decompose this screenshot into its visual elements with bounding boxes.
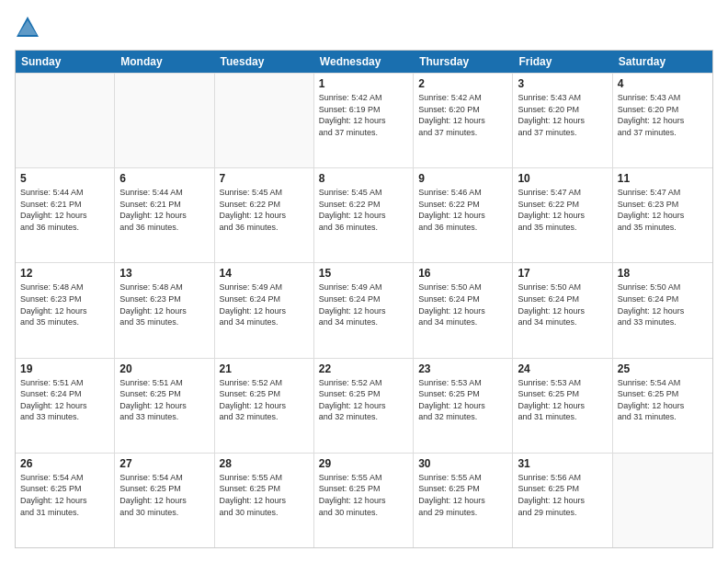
calendar-body: 1Sunrise: 5:42 AM Sunset: 6:19 PM Daylig… [16, 73, 712, 547]
calendar-row: 19Sunrise: 5:51 AM Sunset: 6:24 PM Dayli… [16, 358, 712, 453]
calendar-header-cell: Saturday [613, 51, 712, 73]
day-number: 3 [518, 77, 607, 90]
day-number: 9 [418, 172, 507, 185]
calendar-cell: 14Sunrise: 5:49 AM Sunset: 6:24 PM Dayli… [215, 263, 314, 357]
logo [15, 15, 44, 40]
calendar-cell: 1Sunrise: 5:42 AM Sunset: 6:19 PM Daylig… [314, 74, 414, 167]
cell-text: Sunrise: 5:51 AM Sunset: 6:24 PM Dayligh… [20, 377, 109, 423]
calendar-cell: 26Sunrise: 5:54 AM Sunset: 6:25 PM Dayli… [16, 454, 115, 547]
day-number: 27 [119, 457, 209, 470]
cell-text: Sunrise: 5:43 AM Sunset: 6:20 PM Dayligh… [518, 92, 607, 138]
day-number: 16 [418, 267, 507, 280]
calendar-cell: 6Sunrise: 5:44 AM Sunset: 6:21 PM Daylig… [115, 168, 214, 262]
cell-text: Sunrise: 5:51 AM Sunset: 6:25 PM Dayligh… [119, 377, 209, 423]
cell-text: Sunrise: 5:54 AM Sunset: 6:25 PM Dayligh… [119, 472, 209, 518]
cell-text: Sunrise: 5:54 AM Sunset: 6:25 PM Dayligh… [20, 472, 109, 518]
day-number: 4 [618, 77, 708, 90]
day-number: 10 [518, 172, 607, 185]
calendar-cell: 16Sunrise: 5:50 AM Sunset: 6:24 PM Dayli… [414, 263, 513, 357]
day-number: 30 [418, 457, 507, 470]
day-number: 29 [319, 457, 408, 470]
cell-text: Sunrise: 5:46 AM Sunset: 6:22 PM Dayligh… [418, 187, 507, 233]
cell-text: Sunrise: 5:50 AM Sunset: 6:24 PM Dayligh… [418, 282, 507, 327]
calendar-cell [16, 74, 115, 167]
calendar-header-row: SundayMondayTuesdayWednesdayThursdayFrid… [16, 51, 712, 73]
calendar-row: 12Sunrise: 5:48 AM Sunset: 6:23 PM Dayli… [16, 262, 712, 357]
page: SundayMondayTuesdayWednesdayThursdayFrid… [0, 0, 728, 563]
calendar-cell: 19Sunrise: 5:51 AM Sunset: 6:24 PM Dayli… [16, 359, 115, 453]
day-number: 11 [618, 172, 708, 185]
day-number: 28 [220, 457, 309, 470]
cell-text: Sunrise: 5:47 AM Sunset: 6:23 PM Dayligh… [618, 187, 708, 233]
day-number: 21 [220, 362, 309, 375]
calendar-cell: 25Sunrise: 5:54 AM Sunset: 6:25 PM Dayli… [613, 359, 712, 453]
cell-text: Sunrise: 5:49 AM Sunset: 6:24 PM Dayligh… [220, 282, 309, 327]
day-number: 19 [20, 362, 109, 375]
calendar-header-cell: Wednesday [314, 51, 414, 73]
calendar-cell: 22Sunrise: 5:52 AM Sunset: 6:25 PM Dayli… [314, 359, 414, 453]
cell-text: Sunrise: 5:42 AM Sunset: 6:20 PM Dayligh… [418, 92, 507, 138]
day-number: 13 [119, 267, 209, 280]
day-number: 18 [618, 267, 708, 280]
calendar-cell: 11Sunrise: 5:47 AM Sunset: 6:23 PM Dayli… [613, 168, 712, 262]
calendar-cell: 8Sunrise: 5:45 AM Sunset: 6:22 PM Daylig… [314, 168, 414, 262]
cell-text: Sunrise: 5:52 AM Sunset: 6:25 PM Dayligh… [220, 377, 309, 423]
calendar-cell: 12Sunrise: 5:48 AM Sunset: 6:23 PM Dayli… [16, 263, 115, 357]
calendar-cell: 27Sunrise: 5:54 AM Sunset: 6:25 PM Dayli… [115, 454, 214, 547]
calendar-row: 26Sunrise: 5:54 AM Sunset: 6:25 PM Dayli… [16, 453, 712, 547]
cell-text: Sunrise: 5:55 AM Sunset: 6:25 PM Dayligh… [418, 472, 507, 518]
cell-text: Sunrise: 5:53 AM Sunset: 6:25 PM Dayligh… [518, 377, 607, 423]
cell-text: Sunrise: 5:48 AM Sunset: 6:23 PM Dayligh… [20, 282, 109, 327]
calendar-cell: 15Sunrise: 5:49 AM Sunset: 6:24 PM Dayli… [314, 263, 414, 357]
cell-text: Sunrise: 5:53 AM Sunset: 6:25 PM Dayligh… [418, 377, 507, 423]
day-number: 26 [20, 457, 109, 470]
day-number: 20 [119, 362, 209, 375]
day-number: 23 [418, 362, 507, 375]
calendar-cell [115, 74, 214, 167]
cell-text: Sunrise: 5:49 AM Sunset: 6:24 PM Dayligh… [319, 282, 408, 327]
calendar: SundayMondayTuesdayWednesdayThursdayFrid… [15, 50, 713, 548]
day-number: 12 [20, 267, 109, 280]
calendar-cell: 20Sunrise: 5:51 AM Sunset: 6:25 PM Dayli… [115, 359, 214, 453]
logo-icon [15, 15, 40, 40]
calendar-header-cell: Tuesday [215, 51, 314, 73]
calendar-header-cell: Monday [115, 51, 214, 73]
cell-text: Sunrise: 5:42 AM Sunset: 6:19 PM Dayligh… [319, 92, 408, 138]
calendar-cell: 31Sunrise: 5:56 AM Sunset: 6:25 PM Dayli… [513, 454, 612, 547]
cell-text: Sunrise: 5:45 AM Sunset: 6:22 PM Dayligh… [220, 187, 309, 233]
day-number: 6 [119, 172, 209, 185]
day-number: 25 [618, 362, 708, 375]
day-number: 7 [220, 172, 309, 185]
day-number: 24 [518, 362, 607, 375]
calendar-cell: 2Sunrise: 5:42 AM Sunset: 6:20 PM Daylig… [414, 74, 513, 167]
calendar-cell: 29Sunrise: 5:55 AM Sunset: 6:25 PM Dayli… [314, 454, 414, 547]
cell-text: Sunrise: 5:48 AM Sunset: 6:23 PM Dayligh… [119, 282, 209, 327]
calendar-cell: 3Sunrise: 5:43 AM Sunset: 6:20 PM Daylig… [513, 74, 612, 167]
cell-text: Sunrise: 5:56 AM Sunset: 6:25 PM Dayligh… [518, 472, 607, 518]
cell-text: Sunrise: 5:52 AM Sunset: 6:25 PM Dayligh… [319, 377, 408, 423]
calendar-row: 1Sunrise: 5:42 AM Sunset: 6:19 PM Daylig… [16, 73, 712, 167]
day-number: 15 [319, 267, 408, 280]
day-number: 31 [518, 457, 607, 470]
calendar-cell: 13Sunrise: 5:48 AM Sunset: 6:23 PM Dayli… [115, 263, 214, 357]
calendar-cell: 5Sunrise: 5:44 AM Sunset: 6:21 PM Daylig… [16, 168, 115, 262]
calendar-cell: 30Sunrise: 5:55 AM Sunset: 6:25 PM Dayli… [414, 454, 513, 547]
calendar-cell: 28Sunrise: 5:55 AM Sunset: 6:25 PM Dayli… [215, 454, 314, 547]
cell-text: Sunrise: 5:55 AM Sunset: 6:25 PM Dayligh… [220, 472, 309, 518]
calendar-cell: 10Sunrise: 5:47 AM Sunset: 6:22 PM Dayli… [513, 168, 612, 262]
calendar-cell: 23Sunrise: 5:53 AM Sunset: 6:25 PM Dayli… [414, 359, 513, 453]
header [15, 15, 713, 40]
calendar-cell: 4Sunrise: 5:43 AM Sunset: 6:20 PM Daylig… [613, 74, 712, 167]
calendar-cell: 17Sunrise: 5:50 AM Sunset: 6:24 PM Dayli… [513, 263, 612, 357]
cell-text: Sunrise: 5:45 AM Sunset: 6:22 PM Dayligh… [319, 187, 408, 233]
cell-text: Sunrise: 5:50 AM Sunset: 6:24 PM Dayligh… [618, 282, 708, 327]
cell-text: Sunrise: 5:54 AM Sunset: 6:25 PM Dayligh… [618, 377, 708, 423]
calendar-cell: 24Sunrise: 5:53 AM Sunset: 6:25 PM Dayli… [513, 359, 612, 453]
calendar-cell: 7Sunrise: 5:45 AM Sunset: 6:22 PM Daylig… [215, 168, 314, 262]
day-number: 14 [220, 267, 309, 280]
cell-text: Sunrise: 5:47 AM Sunset: 6:22 PM Dayligh… [518, 187, 607, 233]
day-number: 5 [20, 172, 109, 185]
svg-marker-1 [18, 20, 37, 35]
cell-text: Sunrise: 5:55 AM Sunset: 6:25 PM Dayligh… [319, 472, 408, 518]
cell-text: Sunrise: 5:44 AM Sunset: 6:21 PM Dayligh… [119, 187, 209, 233]
